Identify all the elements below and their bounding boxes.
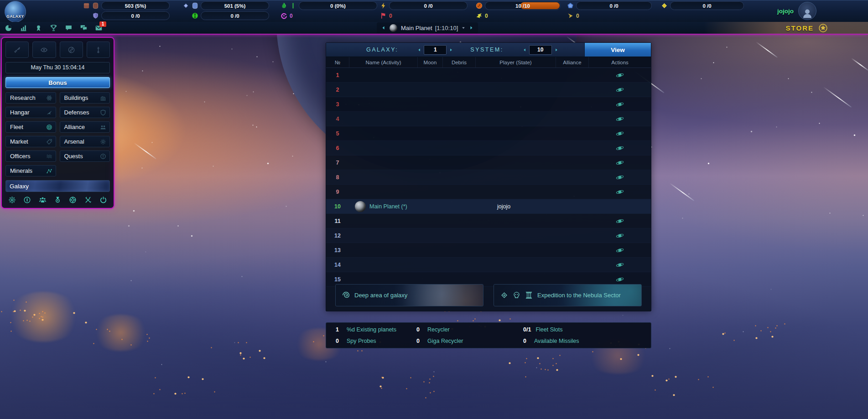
sidebar-item-minerals[interactable]: Minerals [5, 165, 56, 176]
people-icon [100, 124, 106, 130]
colonize-action-icon[interactable] [616, 129, 624, 138]
alliance-cell [556, 185, 588, 199]
stat-label[interactable]: Fleet Slots [535, 326, 562, 333]
colonize-action-icon[interactable] [616, 115, 624, 123]
username[interactable]: jojojo [777, 8, 794, 15]
sidebar-item-fleet[interactable]: Fleet [5, 121, 56, 133]
chat-button[interactable] [65, 24, 73, 32]
resource-sub-amount: 0 [576, 13, 579, 19]
galaxy-increment-button[interactable] [449, 48, 453, 52]
sidebar-item-alliance[interactable]: Alliance [60, 121, 110, 133]
sidebar-item-defenses[interactable]: Defenses [60, 107, 110, 118]
current-planet-name[interactable]: Main Planet [401, 25, 432, 31]
game-logo[interactable]: GALAXY [5, 1, 26, 22]
alliance-cell [556, 83, 588, 97]
highscore-button[interactable] [50, 24, 57, 32]
colonize-action-icon[interactable] [616, 232, 624, 240]
system-number-input[interactable]: 10 [529, 45, 552, 55]
stat-label[interactable]: Recycler [427, 326, 450, 333]
light-glow [5, 292, 82, 342]
system-increment-button[interactable] [554, 48, 558, 52]
sidebar-item-arsenal[interactable]: Arsenal [60, 136, 110, 147]
sidebar-item-market[interactable]: Market [5, 136, 56, 147]
pie-chart-button[interactable] [5, 24, 12, 32]
info-button[interactable] [23, 196, 31, 204]
eye-button[interactable] [32, 41, 56, 58]
sidebar-item-research[interactable]: Research [5, 92, 56, 103]
resource-sub-amount: 0 /0 [101, 11, 170, 20]
debris-cell [442, 228, 475, 243]
galaxy-number-input[interactable]: 1 [424, 45, 447, 55]
colonize-action-icon[interactable] [616, 159, 624, 167]
sidebar-item-buildings[interactable]: Buildings [60, 92, 110, 103]
expedition-banner[interactable]: Expedition to the Nebula Sector [494, 284, 642, 306]
position-number: 5 [326, 126, 349, 140]
shield-res-icon [92, 12, 99, 19]
colonize-action-icon[interactable] [616, 86, 624, 94]
prev-planet-button[interactable] [381, 26, 386, 30]
colonize-action-icon[interactable] [616, 275, 624, 284]
lifebuoy-button[interactable] [69, 196, 77, 204]
resource-group-2: 501 (5%)0 /0 [182, 1, 269, 21]
alliance-cell [556, 112, 588, 126]
group-button[interactable] [39, 196, 47, 204]
tools-button[interactable] [84, 196, 92, 204]
bonus-button[interactable]: Bonus [5, 77, 110, 88]
mail-button[interactable]: 1 [95, 24, 103, 32]
awards-button[interactable] [35, 24, 42, 32]
alliance-cell [556, 155, 588, 170]
gear-button[interactable] [8, 196, 16, 204]
colonize-action-icon[interactable] [616, 173, 624, 181]
medal-button[interactable] [54, 196, 62, 204]
next-planet-button[interactable] [469, 26, 473, 30]
galaxy-label: GALAXY: [366, 47, 398, 53]
yinyang-button[interactable] [60, 41, 83, 58]
meteor-streak [823, 87, 852, 108]
stat-value: 0 [416, 326, 423, 333]
messages-button[interactable] [80, 24, 88, 32]
planet-dropdown-caret-icon[interactable] [462, 26, 465, 30]
colonize-action-icon[interactable] [616, 217, 624, 225]
galaxy-decrement-button[interactable] [417, 48, 421, 52]
colonize-action-icon[interactable] [616, 71, 624, 79]
meteor-streak [851, 58, 868, 71]
avatar[interactable] [798, 2, 816, 20]
planet-name[interactable]: Main Planet (*) [369, 203, 407, 210]
sidebar-item-label: Arsenal [64, 138, 84, 145]
sidebar-item-label: Quests [64, 153, 83, 160]
view-button[interactable]: View [584, 43, 651, 57]
meteor-streak [756, 41, 778, 58]
secondary-toolbar: 1 Main Planet [1:10:10] STORE [0, 22, 868, 34]
deep-area-banner[interactable]: Deep area of galaxy [335, 284, 483, 306]
moon-cell [417, 258, 442, 272]
statistics-button[interactable] [20, 24, 27, 32]
system-decrement-button[interactable] [523, 48, 527, 52]
colonize-action-icon[interactable] [616, 144, 624, 152]
store-button[interactable]: STORE [704, 22, 868, 34]
spiral-icon [342, 291, 350, 299]
sidebar-item-officers[interactable]: Officers [5, 150, 56, 162]
debris-cell [442, 126, 475, 140]
colonize-action-icon[interactable] [616, 188, 624, 196]
colonize-action-icon[interactable] [616, 246, 624, 254]
power-button[interactable] [99, 196, 107, 204]
dagger-button[interactable] [87, 41, 110, 58]
summary-stat: 0Recycler [416, 326, 523, 333]
table-row-position-5: 5 [326, 126, 651, 141]
stat-label[interactable]: Available Missiles [534, 338, 579, 344]
colonize-action-icon[interactable] [616, 100, 624, 109]
sidebar-item-hangar[interactable]: Hangar [5, 107, 56, 118]
stat-label[interactable]: Giga Recycler [427, 338, 463, 344]
debris-cell [442, 68, 475, 82]
fuel-line-icon [290, 2, 296, 9]
alliance-cell [556, 228, 588, 243]
sword-button[interactable] [5, 41, 29, 58]
gold-emblem-icon [567, 12, 574, 19]
table-row-position-11: 11 [326, 214, 651, 228]
sidebar-item-quests[interactable]: Quests [60, 150, 110, 162]
stat-label[interactable]: Spy Probes [347, 338, 376, 344]
sidebar-item-galaxy[interactable]: Galaxy [5, 180, 110, 192]
stat-label[interactable]: %d Existing planets [347, 326, 396, 333]
alliance-cell [556, 97, 588, 111]
colonize-action-icon[interactable] [616, 261, 624, 269]
